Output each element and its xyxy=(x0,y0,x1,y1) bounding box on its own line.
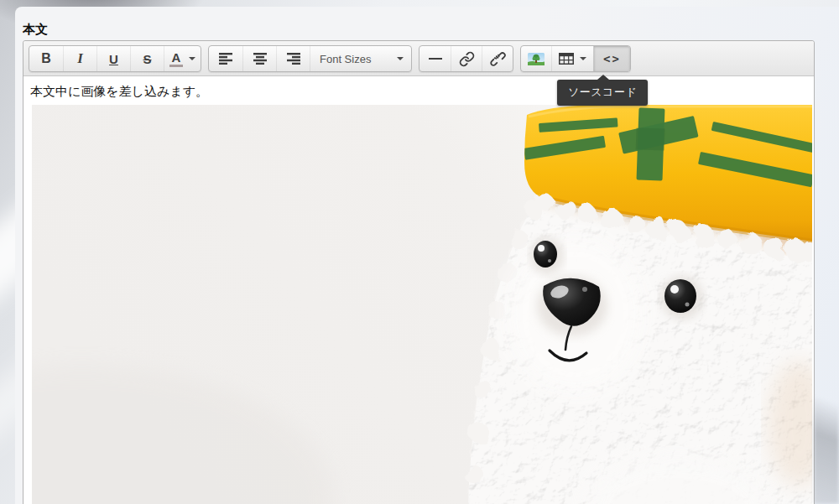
horizontal-rule-button[interactable] xyxy=(420,46,451,71)
editor-paragraph[interactable]: 本文中に画像を差し込みます。 xyxy=(30,82,814,100)
editor-toolbar: B I U S A xyxy=(23,41,814,76)
insert-image-button[interactable] xyxy=(521,46,551,71)
format-button-group: B I U S A xyxy=(29,45,201,72)
underline-icon: U xyxy=(109,52,118,66)
link-icon xyxy=(459,51,475,67)
remove-link-button[interactable] xyxy=(482,46,513,71)
rich-text-editor: B I U S A xyxy=(23,40,815,504)
align-left-button[interactable] xyxy=(209,46,242,71)
strikethrough-icon: S xyxy=(143,52,151,66)
plush-toy-photo xyxy=(32,105,812,504)
align-right-button[interactable] xyxy=(276,46,310,71)
unlink-icon xyxy=(490,51,506,67)
inserted-image[interactable] xyxy=(32,105,812,504)
align-center-button[interactable] xyxy=(242,46,276,71)
image-icon xyxy=(528,53,545,65)
text-color-button[interactable]: A xyxy=(164,46,201,71)
chevron-down-icon xyxy=(189,57,195,60)
table-icon xyxy=(559,53,574,65)
editor-content[interactable]: 本文中に画像を差し込みます。 xyxy=(23,76,814,504)
tooltip-source-code: ソースコード xyxy=(557,80,648,106)
insert-button-group: <> xyxy=(520,45,631,72)
underline-button[interactable]: U xyxy=(96,46,130,71)
italic-button[interactable]: I xyxy=(63,46,96,71)
hr-icon xyxy=(429,58,442,60)
bold-icon: B xyxy=(41,51,51,66)
italic-icon: I xyxy=(77,50,83,67)
align-left-icon xyxy=(219,53,232,65)
page-background: 本文 B I U S A xyxy=(0,0,839,504)
text-color-icon: A xyxy=(169,51,183,67)
field-label: 本文 xyxy=(23,22,48,38)
align-right-icon xyxy=(287,53,300,65)
color-preview-bar xyxy=(169,65,183,67)
bold-button[interactable]: B xyxy=(29,46,63,71)
align-font-button-group: Font Sizes xyxy=(208,45,412,72)
chevron-down-icon xyxy=(580,57,586,60)
strikethrough-button[interactable]: S xyxy=(130,46,164,71)
insert-link-button[interactable] xyxy=(451,46,482,71)
font-sizes-dropdown[interactable]: Font Sizes xyxy=(310,46,411,71)
font-sizes-label: Font Sizes xyxy=(320,53,371,65)
align-center-icon xyxy=(253,53,267,65)
link-button-group xyxy=(419,45,513,72)
chevron-down-icon xyxy=(397,57,404,60)
table-dropdown-button[interactable] xyxy=(551,46,593,71)
code-icon: <> xyxy=(603,52,621,65)
source-code-button[interactable]: <> xyxy=(593,46,630,71)
background-wedge xyxy=(814,353,839,504)
tooltip-text: ソースコード xyxy=(568,86,637,98)
